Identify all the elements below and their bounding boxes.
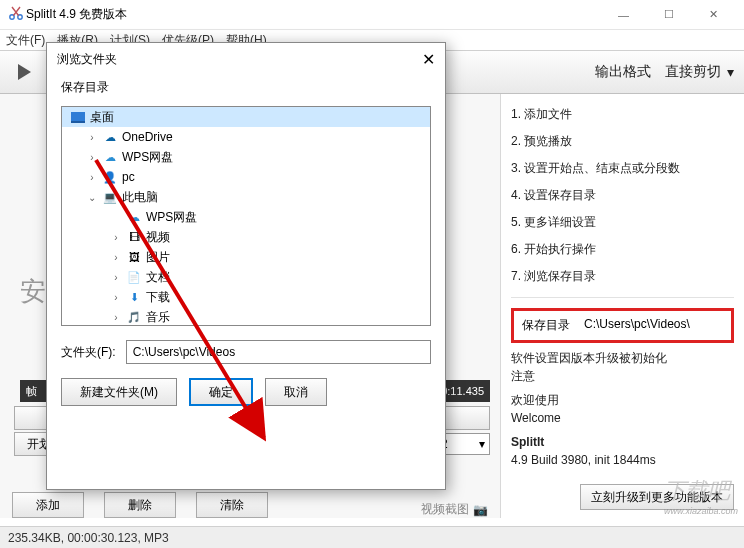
delete-button[interactable]: 删除: [104, 492, 176, 518]
dialog-close-button[interactable]: ✕: [422, 50, 435, 69]
close-button[interactable]: ✕: [691, 0, 736, 30]
expand-icon[interactable]: ›: [110, 252, 122, 263]
desktop-icon: [70, 109, 86, 125]
scissors-icon: [8, 5, 24, 25]
output-format-label: 输出格式: [595, 63, 651, 81]
cloud-icon: ☁: [102, 129, 118, 145]
folder-path-input[interactable]: [126, 340, 431, 364]
tree-item-wps[interactable]: › ☁ WPS网盘: [62, 147, 430, 167]
message-build: SplitIt 4.9 Build 3980, init 1844ms: [511, 433, 734, 469]
tree-item-downloads[interactable]: › ⬇ 下载: [62, 287, 430, 307]
tree-item-documents[interactable]: › 📄 文档: [62, 267, 430, 287]
step-1[interactable]: 1. 添加文件: [511, 104, 734, 125]
cloud-icon: ☁: [126, 209, 142, 225]
expand-icon[interactable]: ›: [86, 152, 98, 163]
svg-rect-3: [71, 121, 85, 123]
expand-icon[interactable]: ›: [86, 132, 98, 143]
folder-tree[interactable]: 桌面 › ☁ OneDrive › ☁ WPS网盘 › 👤 pc ⌄ 💻 此电脑…: [61, 106, 431, 326]
collapse-icon[interactable]: ⌄: [86, 192, 98, 203]
expand-icon[interactable]: ›: [86, 172, 98, 183]
window-title: SplitIt 4.9 免费版本: [26, 6, 127, 23]
divider: [511, 297, 734, 298]
chevron-down-icon: ▾: [727, 64, 734, 80]
ok-button[interactable]: 确定: [189, 378, 253, 406]
svg-rect-2: [71, 112, 85, 121]
save-directory-highlight: 保存目录 C:\Users\pc\Videos\: [511, 308, 734, 343]
right-panel: 1. 添加文件 2. 预览播放 3. 设置开始点、结束点或分段数 4. 设置保存…: [500, 94, 744, 518]
tree-item-user[interactable]: › 👤 pc: [62, 167, 430, 187]
step-5[interactable]: 5. 更多详细设置: [511, 212, 734, 233]
tree-item-wps2[interactable]: ☁ WPS网盘: [62, 207, 430, 227]
minimize-button[interactable]: —: [601, 0, 646, 30]
dialog-subtitle: 保存目录: [47, 75, 445, 106]
statusbar: 235.34KB, 00:00:30.123, MP3: [0, 526, 744, 548]
music-folder-icon: 🎵: [126, 309, 142, 325]
menu-file[interactable]: 文件(F): [6, 32, 45, 49]
computer-icon: 💻: [102, 189, 118, 205]
add-button[interactable]: 添加: [12, 492, 84, 518]
save-dir-label: 保存目录: [522, 317, 570, 334]
cancel-button[interactable]: 取消: [265, 378, 327, 406]
pictures-folder-icon: 🖼: [126, 249, 142, 265]
dialog-title: 浏览文件夹: [57, 51, 117, 68]
output-format-value: 直接剪切: [665, 63, 721, 81]
tree-item-this-pc[interactable]: ⌄ 💻 此电脑: [62, 187, 430, 207]
new-folder-button[interactable]: 新建文件夹(M): [61, 378, 177, 406]
maximize-button[interactable]: ☐: [646, 0, 691, 30]
clear-button[interactable]: 清除: [196, 492, 268, 518]
chevron-down-icon: ▾: [479, 437, 485, 451]
video-screenshot-link[interactable]: 视频截图 📷: [421, 501, 488, 518]
upgrade-button[interactable]: 立刻升级到更多功能版本: [580, 484, 734, 510]
step-6[interactable]: 6. 开始执行操作: [511, 239, 734, 260]
step-2[interactable]: 2. 预览播放: [511, 131, 734, 152]
folder-path-label: 文件夹(F):: [61, 344, 116, 361]
output-format-dropdown[interactable]: 直接剪切 ▾: [665, 63, 734, 81]
timecode-left: 帧: [26, 384, 37, 399]
step-4[interactable]: 4. 设置保存目录: [511, 185, 734, 206]
expand-icon[interactable]: ›: [110, 232, 122, 243]
video-folder-icon: 🎞: [126, 229, 142, 245]
downloads-folder-icon: ⬇: [126, 289, 142, 305]
user-icon: 👤: [102, 169, 118, 185]
titlebar: SplitIt 4.9 免费版本 — ☐ ✕: [0, 0, 744, 30]
tree-item-desktop[interactable]: 桌面: [62, 107, 430, 127]
step-7[interactable]: 7. 浏览保存目录: [511, 266, 734, 287]
browse-folder-dialog: 浏览文件夹 ✕ 保存目录 桌面 › ☁ OneDrive › ☁ WPS网盘 ›…: [46, 42, 446, 490]
step-3[interactable]: 3. 设置开始点、结束点或分段数: [511, 158, 734, 179]
message-init: 软件设置因版本升级被初始化 注意: [511, 349, 734, 385]
cloud-icon: ☁: [102, 149, 118, 165]
camera-icon: 📷: [473, 503, 488, 517]
tree-item-onedrive[interactable]: › ☁ OneDrive: [62, 127, 430, 147]
documents-folder-icon: 📄: [126, 269, 142, 285]
expand-icon[interactable]: ›: [110, 272, 122, 283]
play-icon[interactable]: [10, 58, 38, 86]
message-welcome: 欢迎使用 Welcome: [511, 391, 734, 427]
tree-item-pictures[interactable]: › 🖼 图片: [62, 247, 430, 267]
tree-item-music[interactable]: › 🎵 音乐: [62, 307, 430, 326]
expand-icon[interactable]: ›: [110, 312, 122, 323]
status-text: 235.34KB, 00:00:30.123, MP3: [8, 531, 169, 545]
tree-item-videos[interactable]: › 🎞 视频: [62, 227, 430, 247]
expand-icon[interactable]: ›: [110, 292, 122, 303]
save-dir-value: C:\Users\pc\Videos\: [584, 317, 690, 334]
